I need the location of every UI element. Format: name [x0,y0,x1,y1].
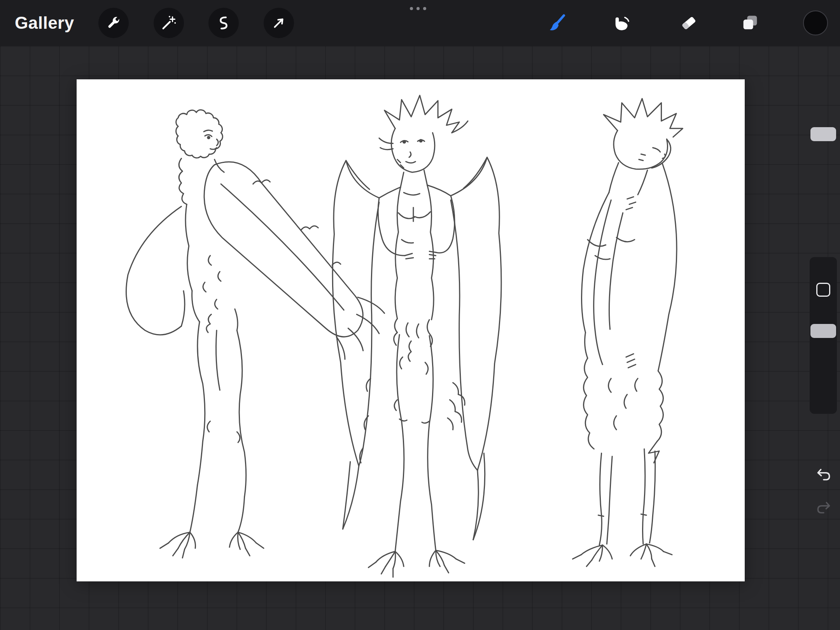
opacity-slider-handle[interactable] [810,324,836,338]
selection-button[interactable] [208,8,239,38]
gallery-button[interactable]: Gallery [15,0,74,46]
erase-tool-button[interactable] [674,8,704,38]
topbar: Gallery [0,0,840,46]
smudge-icon [612,13,632,33]
layers-button[interactable] [735,8,765,38]
figure-center-harpy [332,95,501,577]
undo-arrow-icon [815,466,833,484]
transform-button[interactable] [264,8,294,38]
smudge-tool-button[interactable] [607,8,637,38]
layers-icon [740,13,760,33]
multitask-handle[interactable] [408,5,429,12]
brush-size-slider-handle[interactable] [810,127,836,141]
eraser-icon [679,13,698,33]
harpy-sketch-artwork [77,79,745,581]
transform-arrow-icon [270,14,287,32]
redo-arrow-icon [815,499,833,517]
ellipsis-icon [410,7,413,10]
selection-s-icon [215,14,232,32]
redo-button[interactable] [815,499,833,517]
wrench-icon [105,14,122,32]
actions-button[interactable] [98,8,129,38]
figure-left-harpy [126,110,384,558]
figure-right-harpy [572,98,682,566]
procreate-window: Gallery [0,0,840,630]
modify-button[interactable] [816,283,830,297]
magic-wand-icon [160,14,177,32]
undo-button[interactable] [815,466,833,484]
paint-tool-button[interactable] [542,8,572,38]
canvas-background-grid [0,46,840,630]
drawing-canvas[interactable] [77,79,745,581]
adjustments-button[interactable] [154,8,184,38]
color-swatch [803,10,828,35]
color-button[interactable] [800,8,831,38]
paintbrush-icon [547,13,567,33]
